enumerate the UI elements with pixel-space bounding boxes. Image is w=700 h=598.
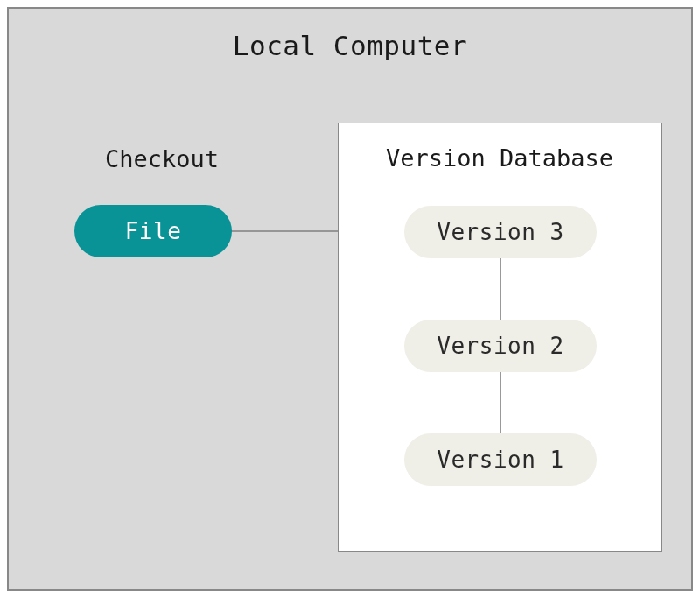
file-node-label: File: [125, 218, 182, 244]
version-database-container: Version Database Version 3 Version 2 Ver…: [338, 123, 662, 552]
version-database-title: Version Database: [339, 144, 661, 172]
connector-v3-to-v2: [500, 258, 501, 320]
checkout-heading: Checkout: [74, 145, 249, 172]
container-title: Local Computer: [9, 30, 691, 61]
connector-v2-to-v1: [500, 372, 501, 433]
version-2-label: Version 2: [437, 333, 564, 359]
file-node: File: [74, 205, 232, 257]
version-1-node: Version 1: [404, 433, 597, 486]
version-3-node: Version 3: [404, 206, 597, 258]
version-3-label: Version 3: [437, 219, 564, 245]
local-computer-container: Local Computer Checkout File Version Dat…: [7, 7, 693, 591]
version-2-node: Version 2: [404, 320, 597, 372]
version-1-label: Version 1: [437, 447, 564, 473]
